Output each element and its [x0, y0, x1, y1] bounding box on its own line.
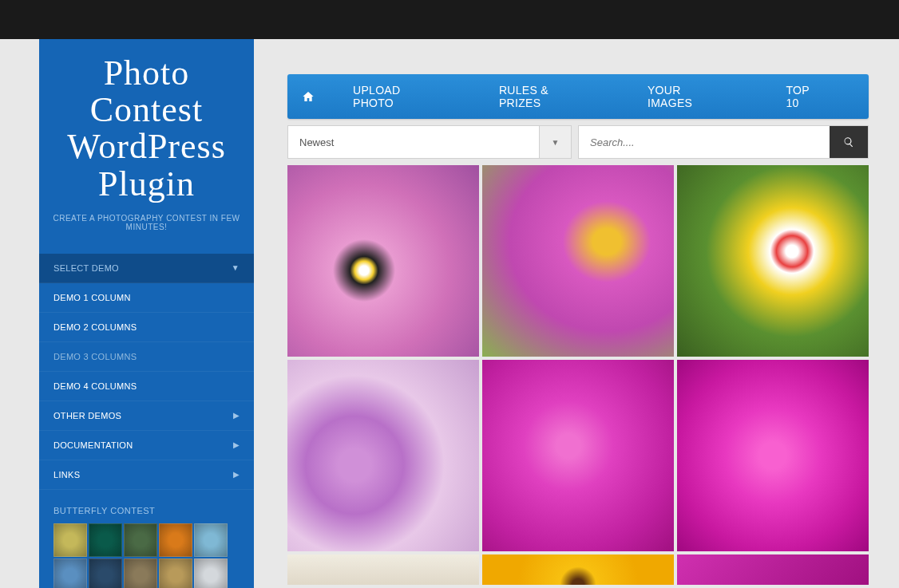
brand: Photo Contest WordPress Plugin CREATE A … — [39, 39, 254, 239]
title-line-2: WordPress Plugin — [67, 127, 226, 203]
select-demo-label: SELECT DEMO — [53, 263, 119, 273]
controls-row: Newest ▼ — [287, 125, 869, 159]
sidebar-item-label: LINKS — [53, 470, 80, 479]
img-petal-drops[interactable] — [482, 360, 674, 551]
sidebar-item-label: OTHER DEMOS — [53, 411, 121, 420]
butterfly-thumb-7[interactable] — [124, 558, 157, 588]
img-white[interactable] — [287, 554, 479, 585]
sidebar-item-label: DEMO 4 COLUMNS — [53, 381, 137, 391]
butterfly-thumb-6[interactable] — [89, 558, 122, 588]
img-tulips[interactable] — [677, 165, 869, 357]
butterfly-thumb-8[interactable] — [159, 558, 192, 588]
search-box — [578, 125, 869, 159]
nav-upload-photo[interactable]: UPLOAD PHOTO — [353, 84, 422, 109]
page: Photo Contest WordPress Plugin CREATE A … — [0, 39, 899, 588]
sidebar-item-1[interactable]: DEMO 2 COLUMNS — [39, 313, 254, 342]
search-icon — [843, 136, 854, 148]
sort-selected: Newest — [288, 126, 539, 158]
select-demo-header[interactable]: SELECT DEMO ▼ — [39, 254, 254, 283]
caret-down-icon: ▼ — [232, 263, 240, 272]
nav-top-10[interactable]: TOP 10 — [786, 84, 816, 109]
chevron-right-icon: ▶ — [233, 440, 240, 449]
img-lavender[interactable] — [287, 360, 479, 551]
sidebar-item-2[interactable]: DEMO 3 COLUMNS — [39, 342, 254, 372]
site-title: Photo Contest WordPress Plugin — [47, 55, 246, 203]
gallery-row-1 — [287, 165, 869, 357]
butterfly-thumb-3[interactable] — [159, 523, 192, 557]
butterfly-thumb-0[interactable] — [53, 523, 87, 557]
top-bar — [0, 0, 899, 39]
img-cosmos[interactable] — [287, 165, 479, 357]
img-rose[interactable] — [677, 360, 869, 551]
contest-navbar: UPLOAD PHOTORULES & PRIZESYOUR IMAGESTOP… — [287, 74, 869, 119]
sidebar-item-5[interactable]: DOCUMENTATION▶ — [39, 431, 254, 460]
butterfly-thumb-5[interactable] — [53, 558, 87, 588]
sidebar-menu: SELECT DEMO ▼ DEMO 1 COLUMNDEMO 2 COLUMN… — [39, 254, 254, 490]
title-line-1: Photo Contest — [90, 53, 203, 129]
search-input[interactable] — [579, 126, 830, 158]
sidebar-item-6[interactable]: LINKS▶ — [39, 460, 254, 490]
sidebar-item-3[interactable]: DEMO 4 COLUMNS — [39, 372, 254, 401]
butterfly-thumbs — [39, 523, 254, 588]
sort-select[interactable]: Newest ▼ — [287, 125, 572, 159]
butterfly-thumb-2[interactable] — [124, 523, 157, 557]
main-content: UPLOAD PHOTORULES & PRIZESYOUR IMAGESTOP… — [254, 39, 899, 588]
butterfly-thumb-1[interactable] — [89, 523, 122, 557]
img-daisy-drops[interactable] — [482, 165, 674, 357]
sidebar-item-4[interactable]: OTHER DEMOS▶ — [39, 401, 254, 431]
chevron-right-icon: ▶ — [233, 470, 240, 479]
home-icon[interactable] — [302, 90, 315, 103]
sidebar-item-label: DEMO 3 COLUMNS — [53, 352, 137, 361]
sidebar-item-label: DOCUMENTATION — [53, 440, 133, 450]
caret-down-icon: ▼ — [539, 126, 571, 158]
gallery-row-3 — [287, 554, 869, 585]
nav-your-images[interactable]: YOUR IMAGES — [648, 84, 709, 109]
sidebar: Photo Contest WordPress Plugin CREATE A … — [39, 39, 254, 588]
nav-rules-prizes[interactable]: RULES & PRIZES — [499, 84, 571, 109]
sidebar-item-label: DEMO 2 COLUMNS — [53, 322, 137, 332]
butterfly-thumb-4[interactable] — [194, 523, 228, 557]
gallery-row-2 — [287, 360, 869, 551]
butterfly-thumb-9[interactable] — [194, 558, 228, 588]
search-button[interactable] — [830, 126, 868, 158]
sidebar-item-0[interactable]: DEMO 1 COLUMN — [39, 283, 254, 313]
sidebar-item-label: DEMO 1 COLUMN — [53, 293, 131, 302]
img-magenta[interactable] — [677, 554, 869, 585]
widget-title: BUTTERFLY CONTEST — [39, 490, 254, 523]
img-sunflower[interactable] — [482, 554, 674, 585]
chevron-right-icon: ▶ — [233, 411, 240, 420]
tagline: CREATE A PHOTOGRAPHY CONTEST IN FEW MINU… — [47, 214, 246, 231]
